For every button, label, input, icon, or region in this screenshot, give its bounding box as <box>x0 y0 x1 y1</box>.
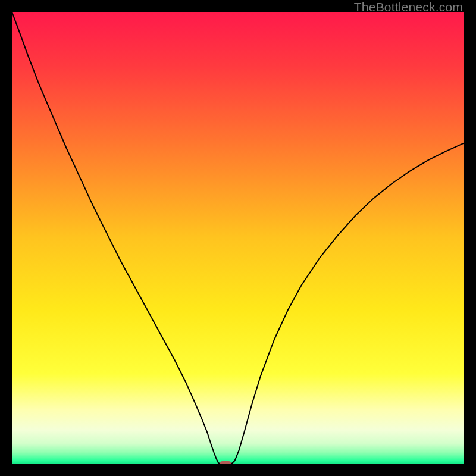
plot-area <box>12 12 464 464</box>
bottleneck-curve <box>12 12 464 464</box>
optimal-point-marker <box>220 461 231 464</box>
watermark-text: TheBottleneck.com <box>354 0 463 14</box>
chart-frame: TheBottleneck.com <box>0 0 476 476</box>
